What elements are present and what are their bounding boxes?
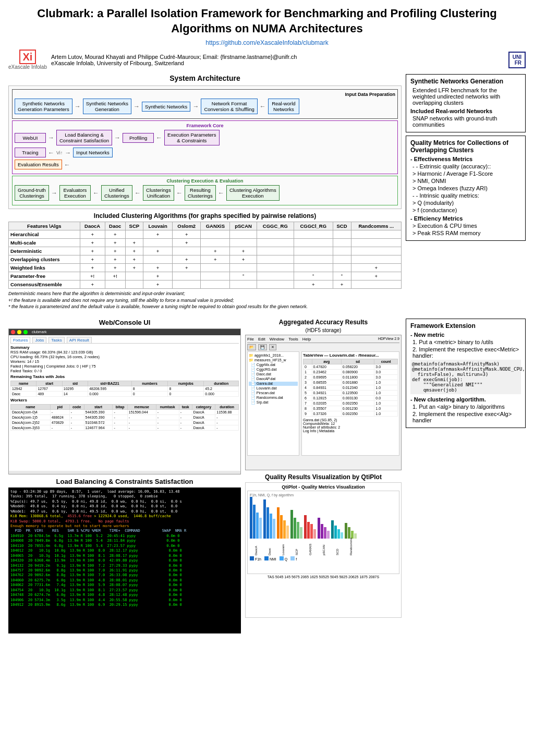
efficiency-title: - Efficiency Metrics <box>410 215 521 222</box>
ws-body: Fixtures Jobs Tasks API Result Summary R… <box>9 335 240 471</box>
col-daoca: DaocA <box>80 222 105 230</box>
bar-pscn-f1h <box>318 518 320 539</box>
new-metric-step-1: 1. Put a <metric> binary to /utils <box>412 339 521 345</box>
arch-diagram: Input Data Preparation Synthetic Network… <box>8 86 402 209</box>
tree-item-4[interactable]: 📄 Daoc.dat <box>249 372 298 376</box>
tree-item-2[interactable]: 📄 CggrMx.dat <box>249 363 298 367</box>
hdf-open-btn[interactable]: 📂 <box>247 344 256 350</box>
load-line-2: %Cpu(s): 49.7 us, 0.5 sy, 0.0 ni, 49.8 i… <box>10 499 239 504</box>
resulting-node: ResultingClusterings <box>185 185 216 201</box>
qplot-axis-label: TAS 5045 145 5675 2065 1625 50525 5045 5… <box>247 575 399 579</box>
bar-scp-f <box>300 527 302 539</box>
right-col: Synthetic Networks Generation Extended L… <box>406 74 526 314</box>
exec-params-node: Execution Parameters& Constraints <box>164 130 219 145</box>
qvis-section: Quality Results Visualization by QtiPlot… <box>245 473 402 618</box>
uni-logo: UNIFR <box>508 52 526 68</box>
tree-item-1[interactable]: 📁 measures_HF15_w <box>249 358 298 362</box>
hdf-save-btn[interactable]: 💾 <box>258 344 267 350</box>
load-screenshot: top - 03:24:30 up 89 days, 8:57, 1 user,… <box>8 487 241 633</box>
tree-item-8[interactable]: 📄 Pirscan.dat <box>249 391 298 395</box>
alg-section: Included Clustering Algorithms (for grap… <box>8 212 402 310</box>
menu-help[interactable]: Help <box>302 337 311 342</box>
input-prep-row: Synthetic NetworksGeneration Parameters … <box>15 99 395 114</box>
tracing-node: Tracing <box>15 148 46 157</box>
col-scp: SCP <box>125 222 143 230</box>
quality-metrics-box: Quality Metrics for Collections of Overl… <box>406 136 526 241</box>
pid-104132: 104132 20 9419.2m 9.1g 13.9m R 100 7.2 2… <box>10 564 239 568</box>
eff-item-6: > f (conductance) <box>412 207 521 213</box>
col-cggc-rg: CGGC_RG <box>257 222 294 230</box>
authors-row: Xi eXascale Infolab Artem Lutov, Mourad … <box>8 50 526 70</box>
bar-rand-f <box>354 533 357 539</box>
menu-file[interactable]: File <box>247 337 254 342</box>
alg-notes: Deterministic means here that the algori… <box>8 290 402 310</box>
tree-item-3[interactable]: 📄 CggcRG.dat <box>249 368 298 372</box>
pid-104757: 104757 20 9092.6m 8.8g 13.9m R 100 7.0 2… <box>10 568 239 573</box>
tree-item-6[interactable]: 📄 Ganra.dat <box>249 382 298 386</box>
tree-item-7[interactable]: 📄 Louvarin.dat <box>249 386 298 391</box>
tab-jobs[interactable]: Jobs <box>32 337 46 343</box>
ws-url: clubmark <box>32 330 46 334</box>
col-start: start <box>37 381 62 386</box>
tree-item-9[interactable]: 📄 Randcomms.dat <box>249 396 298 400</box>
tree-item-5[interactable]: 📄 DaocAP.dat <box>249 377 298 381</box>
pid-104320: 104320 20 6368.4m 13.9m 13.9m R 100 0.0 … <box>10 558 239 563</box>
bar-group-inner <box>290 510 302 539</box>
load-line-7: Enough memory to operate but not to star… <box>10 524 239 529</box>
tree-item-0[interactable]: 📁 aggmMx1_2018... <box>249 353 298 358</box>
pid-104060: 104060 20 6275.7m 6.0g 13.9m R 100 4.8 2… <box>10 578 239 583</box>
clust-exec-box: Clustering Execution & Evaluation Ground… <box>12 176 398 205</box>
ws-remaining-table: name start sid sid=BAZ21 numbers numjobs… <box>10 381 239 397</box>
tracing-row: Tracing ← Vi↑ → Input Networks <box>15 148 395 157</box>
tab-tasks[interactable]: Tasks <box>48 337 64 343</box>
hdf-table-title: TableView — Louvarin.dat - /fmeasur... <box>303 353 398 358</box>
col-features: Features \Algs <box>9 222 80 230</box>
menu-window[interactable]: Window <box>270 337 284 342</box>
hdf-content: TableView — Louvarin.dat - /fmeasur... a… <box>301 351 399 456</box>
xi-label: eXascale Infolab <box>8 64 47 70</box>
webui-node: WebUI <box>15 133 46 143</box>
main-two-col: System Architecture Input Data Preparati… <box>8 74 526 314</box>
net-format-node: Network FormatConversion & Shuffling <box>201 99 257 114</box>
vi-label: Vi↑ <box>56 150 63 155</box>
eff-item-0: - - Extrinsic quality (accuracy):: <box>412 163 521 169</box>
bar-group-inner <box>345 523 357 539</box>
hdf-close-btn[interactable]: ✕ <box>269 344 276 350</box>
quality-metrics-title: Quality Metrics for Collections of Overl… <box>410 139 521 154</box>
bar-louv-nmi <box>280 515 283 539</box>
qplot-chart-title: QtiPlot - Quality Metrics Visualization <box>247 484 399 490</box>
workers-label: Workers <box>10 398 239 403</box>
pid-104748: 104748 20 6274.7m 6.0g 13.9m R 100 4.8 2… <box>10 593 239 598</box>
clust-alg-exec-node: Clustering AlgorithmsExecution <box>226 185 280 201</box>
hdf-row: 20.696950.0118003.0 <box>304 374 398 380</box>
hdf-row: 60.128150.0031300.0 <box>304 395 398 400</box>
bar-louv-q <box>283 520 286 539</box>
ws-tabs[interactable]: Fixtures Jobs Tasks API Result <box>10 337 239 344</box>
hdf-tree: 📁 aggmMx1_2018... 📁 measures_HF15_w 📄 Cg… <box>247 351 299 456</box>
failed-completed: Failed | Remaining | Completed Jobs: 0 |… <box>10 364 100 369</box>
eff-item-5: > Q (modularity) <box>412 200 521 206</box>
bar-label-ganxis: GANXiS <box>309 540 312 555</box>
col-memuse: memuse <box>127 404 156 409</box>
col-name: name <box>11 404 51 409</box>
realworld-desc: SNAP networks with ground-truth communit… <box>412 115 521 128</box>
table-row: Parameter-free+!+!+°°°+ <box>9 272 402 281</box>
tree-item-10[interactable]: 📄 Srp.dat <box>249 400 298 405</box>
menu-tools[interactable]: Tools <box>288 337 298 342</box>
framework-core-row: WebUI → Load Balancing &Constraint Satis… <box>15 130 395 145</box>
col-oslom2: Oslom2 <box>173 222 201 230</box>
eff-item-3: > Omega Indexes (fuzzy ARI) <box>412 185 521 191</box>
cpu-loading: CPU loading: 66.73% (32 bytes, 16 cores,… <box>10 355 100 359</box>
new-alg-step-2: 2. Implement the respective exec<Alg> ha… <box>412 411 521 423</box>
tab-fixtures[interactable]: Fixtures <box>10 337 30 343</box>
bar-label-scd: SCD <box>336 540 339 555</box>
table-row: Overlapping clusters++++++ <box>9 255 402 264</box>
arrow1: → <box>75 103 81 110</box>
tab-api-result[interactable]: API Result <box>67 337 92 343</box>
col-pscan: pSCAN <box>230 222 257 230</box>
main-link[interactable]: https://github.com/eXascaleInfolab/clubm… <box>8 39 526 46</box>
bar-group-louvain: Louvain <box>277 507 289 555</box>
menu-edit[interactable]: Edit <box>258 337 265 342</box>
load-line-4: %Node1: 49.7 us, 0.6 sy, 0.0 ni, 49.5 id… <box>10 509 239 514</box>
eval-results-node: Evaluation Results <box>15 160 62 169</box>
